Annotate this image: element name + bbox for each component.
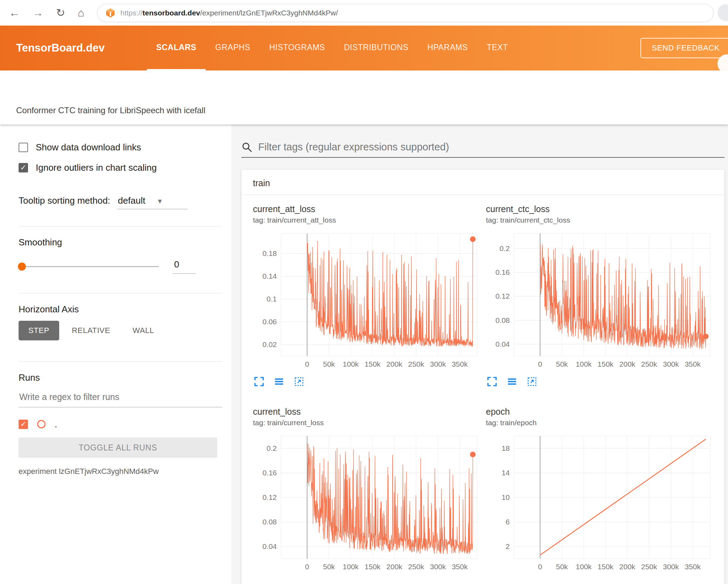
browser-profile-avatar[interactable] <box>717 4 728 21</box>
chart-tag: tag: train/epoch <box>486 419 712 428</box>
svg-text:2: 2 <box>506 542 510 550</box>
runs-filter-input[interactable] <box>19 390 222 407</box>
chart-card-epoch: epoch tag: train/epoch 26101418050k100k1… <box>486 407 712 575</box>
svg-text:350k: 350k <box>452 563 468 571</box>
forward-icon[interactable]: → <box>33 7 43 18</box>
chevron-down-icon: ▾ <box>158 197 162 206</box>
svg-text:150k: 150k <box>365 360 381 368</box>
smoothing-value[interactable]: 0 <box>173 259 196 274</box>
chart-card-current-ctc-loss: current_ctc_loss tag: train/current_ctc_… <box>486 204 712 387</box>
chart-title: current_att_loss <box>253 204 479 216</box>
svg-text:350k: 350k <box>452 360 468 368</box>
svg-text:0.1: 0.1 <box>267 295 277 303</box>
ignore-outliers-label: Ignore outliers in chart scaling <box>36 162 157 173</box>
top-nav-tabs: SCALARS GRAPHS HISTOGRAMS DISTRIBUTIONS … <box>147 26 517 70</box>
svg-text:50k: 50k <box>323 360 335 368</box>
svg-text:0.18: 0.18 <box>262 249 277 257</box>
svg-text:50k: 50k <box>556 360 568 368</box>
reload-icon[interactable]: ↻ <box>56 7 65 18</box>
tab-scalars[interactable]: SCALARS <box>147 26 206 70</box>
line-chart-canvas: 0.040.080.120.160.2050k100k150k200k250k3… <box>253 433 479 575</box>
svg-text:250k: 250k <box>408 360 424 368</box>
chart-toolbar <box>486 376 712 387</box>
check-icon: ✓ <box>20 163 27 172</box>
svg-text:6: 6 <box>506 518 510 526</box>
chart-card-current-loss: current_loss tag: train/current_loss 0.0… <box>253 407 479 575</box>
svg-text:0: 0 <box>538 563 542 571</box>
checkbox-checked-icon: ✓ <box>19 163 28 172</box>
tab-graphs[interactable]: GRAPHS <box>206 26 260 70</box>
svg-text:150k: 150k <box>365 563 381 571</box>
svg-text:100k: 100k <box>576 563 592 571</box>
home-icon[interactable]: ⌂ <box>78 7 84 18</box>
browser-chrome: ← → ↻ ⌂ https://tensorboard.dev/experime… <box>0 0 728 26</box>
run-row[interactable]: ✓ . <box>19 418 222 430</box>
filter-tags-input[interactable] <box>258 141 724 153</box>
experiment-title-bar: Conformer CTC training for LibriSpeech w… <box>0 70 728 124</box>
svg-text:10: 10 <box>502 493 510 501</box>
tab-distributions[interactable]: DISTRIBUTIONS <box>335 26 418 70</box>
chart-card-current-att-loss: current_att_loss tag: train/current_att_… <box>253 204 479 387</box>
tab-text[interactable]: TEXT <box>477 26 517 70</box>
log-scale-icon[interactable] <box>274 376 284 387</box>
tensorboard-logo-icon <box>105 8 116 18</box>
tab-hparams[interactable]: HPARAMS <box>418 26 478 70</box>
svg-text:100k: 100k <box>576 360 592 368</box>
ignore-outliers-checkbox[interactable]: ✓ Ignore outliers in chart scaling <box>19 162 222 174</box>
chart-toolbar <box>253 376 479 387</box>
svg-text:200k: 200k <box>386 360 403 368</box>
back-icon[interactable]: ← <box>9 7 20 18</box>
fit-domain-icon[interactable] <box>527 376 537 387</box>
svg-text:100k: 100k <box>343 360 359 368</box>
svg-text:300k: 300k <box>663 563 679 571</box>
fit-domain-icon[interactable] <box>294 376 304 387</box>
divider <box>19 226 222 226</box>
expand-chart-icon[interactable] <box>254 376 265 387</box>
svg-text:0.08: 0.08 <box>262 518 277 526</box>
slider-track <box>19 266 159 267</box>
tab-histograms[interactable]: HISTOGRAMS <box>260 26 334 70</box>
svg-text:250k: 250k <box>408 563 424 571</box>
svg-text:0.12: 0.12 <box>262 493 277 501</box>
scalars-main: train current_att_loss tag: train/curren… <box>231 124 728 584</box>
send-feedback-button[interactable]: SEND FEEDBACK <box>640 38 728 58</box>
svg-text:50k: 50k <box>556 563 568 571</box>
runs-label: Runs <box>19 372 222 383</box>
relative-button[interactable]: RELATIVE <box>62 321 120 340</box>
smoothing-slider[interactable] <box>19 262 159 271</box>
svg-text:0.2: 0.2 <box>500 244 510 252</box>
svg-text:350k: 350k <box>685 563 701 571</box>
svg-text:0: 0 <box>305 563 309 571</box>
expand-chart-icon[interactable] <box>487 376 497 387</box>
run-checkbox-checked-icon[interactable]: ✓ <box>19 420 28 429</box>
address-bar[interactable]: https://tensorboard.dev/experiment/lzGnE… <box>97 4 714 22</box>
chart-tag: tag: train/current_loss <box>253 419 479 428</box>
log-scale-icon[interactable] <box>507 376 517 387</box>
horizontal-axis-label: Horizontal Axis <box>19 304 222 315</box>
section-title[interactable]: train <box>241 170 724 195</box>
show-download-links-checkbox[interactable]: Show data download links <box>19 141 222 153</box>
svg-text:0: 0 <box>305 360 309 368</box>
svg-text:0.06: 0.06 <box>262 318 277 326</box>
smoothing-label: Smoothing <box>19 237 222 248</box>
tooltip-sort-select[interactable]: default ▾ <box>117 195 187 209</box>
svg-text:200k: 200k <box>386 563 403 571</box>
smoothing-slider-thumb[interactable] <box>18 263 26 271</box>
svg-text:0.04: 0.04 <box>495 340 510 348</box>
divider <box>19 361 222 362</box>
chart-tag: tag: train/current_ctc_loss <box>486 216 712 225</box>
chart-title: current_loss <box>253 407 479 419</box>
svg-text:350k: 350k <box>685 360 701 368</box>
url-text: https://tensorboard.dev/experiment/lzGnE… <box>121 9 338 17</box>
checkbox-unchecked-icon <box>19 143 28 152</box>
train-section-card: train current_att_loss tag: train/curren… <box>241 170 724 584</box>
wall-button[interactable]: WALL <box>123 321 164 340</box>
tooltip-sort-label: Tooltip sorting method: <box>19 195 110 206</box>
svg-text:0.08: 0.08 <box>495 316 510 324</box>
svg-text:0.16: 0.16 <box>262 469 277 477</box>
run-name: . <box>55 419 57 430</box>
svg-text:0.02: 0.02 <box>262 340 277 348</box>
svg-text:0: 0 <box>538 360 542 368</box>
toggle-all-runs-button[interactable]: TOGGLE ALL RUNS <box>19 437 217 458</box>
step-button[interactable]: STEP <box>19 321 59 340</box>
